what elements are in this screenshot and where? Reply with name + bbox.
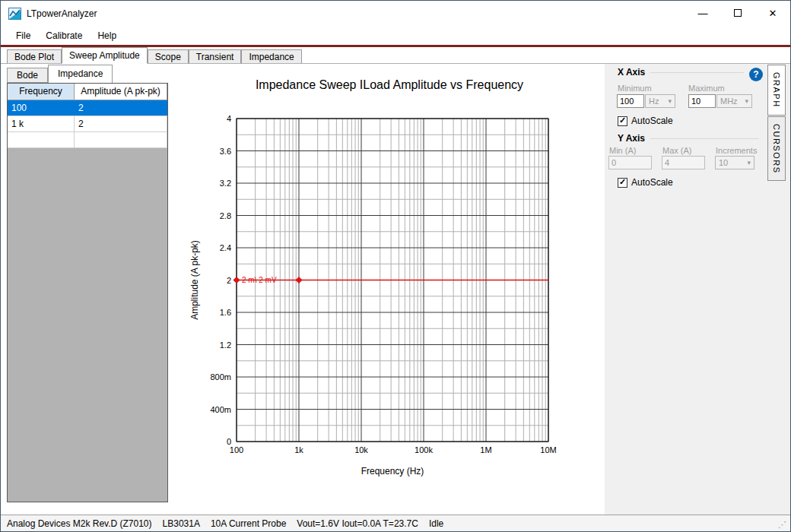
axis-settings-panel: X Axis ? Minimum Maximum Hz ▾ MHz ▾ ✓ Au… xyxy=(605,64,766,515)
svg-text:1.6: 1.6 xyxy=(220,308,231,317)
close-icon: ✕ xyxy=(769,8,777,19)
maximize-button[interactable] xyxy=(720,1,755,25)
y-increments-value: 10 xyxy=(719,158,728,167)
checkbox-box: ✓ xyxy=(618,116,627,126)
menu-item-file[interactable]: File xyxy=(8,27,38,45)
x-max-unit-value: MHz xyxy=(720,97,738,106)
x-min-input[interactable] xyxy=(617,94,644,108)
status-segment-1: LB3031A xyxy=(163,518,200,529)
table-body: 10021 k2 xyxy=(8,100,167,148)
main-tab-strip: Bode PlotSweep AmplitudeScopeTransientIm… xyxy=(1,47,790,64)
tab-bode-plot[interactable]: Bode Plot xyxy=(7,49,62,64)
tab-scope[interactable]: Scope xyxy=(148,49,189,64)
svg-text:3.6: 3.6 xyxy=(220,147,231,156)
svg-text:100k: 100k xyxy=(415,445,433,454)
help-glyph: ? xyxy=(753,69,758,80)
status-segment-2: 10A Current Probe xyxy=(211,518,286,529)
side-tab-label: CURSORS xyxy=(772,124,781,174)
table-cell[interactable]: 2 xyxy=(75,100,167,116)
table-cell[interactable] xyxy=(8,132,75,147)
sub-tab-bode[interactable]: Bode xyxy=(7,68,48,83)
maximize-icon xyxy=(734,9,742,17)
close-button[interactable]: ✕ xyxy=(755,1,790,25)
tab-transient[interactable]: Transient xyxy=(189,49,242,64)
menu-bar: FileCalibrateHelp xyxy=(1,27,790,45)
svg-text:2 m\ 2 mV: 2 m\ 2 mV xyxy=(242,276,277,284)
svg-text:400m: 400m xyxy=(210,405,231,414)
y-autoscale-checkbox[interactable]: ✓ AutoScale xyxy=(618,177,673,188)
x-autoscale-checkbox[interactable]: ✓ AutoScale xyxy=(618,116,673,126)
svg-text:3.2: 3.2 xyxy=(220,179,231,188)
table-header-row: FrequencyAmplitude (A pk-pk) xyxy=(8,84,167,100)
side-tab-strip: GRAPHCURSORS xyxy=(766,64,791,515)
check-icon: ✓ xyxy=(619,178,626,186)
status-segment-0: Analog Devices M2k Rev.D (Z7010) xyxy=(7,518,152,529)
tab-impedance[interactable]: Impedance xyxy=(241,49,301,64)
status-bar: Analog Devices M2k Rev.D (Z7010)LB3031A1… xyxy=(1,515,790,531)
y-min-label: Min (A) xyxy=(609,146,636,155)
column-header-amplitude-a-pk-pk[interactable]: Amplitude (A pk-pk) xyxy=(75,84,167,100)
table-cell[interactable]: 100 xyxy=(8,100,75,116)
svg-text:2.8: 2.8 xyxy=(220,211,231,220)
svg-text:100: 100 xyxy=(230,445,243,454)
svg-text:1k: 1k xyxy=(294,445,303,454)
status-segment-3: Vout=1.6V Iout=0.0A T=23.7C xyxy=(297,518,418,529)
chart-panel: Impedance Sweep ILoad Amplitude vs Frequ… xyxy=(174,65,605,505)
x-autoscale-label: AutoScale xyxy=(631,116,673,126)
y-autoscale-label: AutoScale xyxy=(631,177,673,188)
y-increments-select[interactable]: 10 ▾ xyxy=(715,156,754,169)
y-increments-label: Increments xyxy=(716,146,757,155)
minimize-icon: — xyxy=(698,8,708,19)
table-row[interactable]: 1 k2 xyxy=(8,116,167,132)
svg-text:2: 2 xyxy=(227,276,231,285)
sub-tab-strip: BodeImpedance xyxy=(7,65,113,83)
x-min-unit-value: Hz xyxy=(649,97,659,106)
chevron-down-icon: ▾ xyxy=(668,97,672,105)
x-min-unit-select[interactable]: Hz ▾ xyxy=(645,94,675,108)
svg-text:Amplitude (A pk-pk): Amplitude (A pk-pk) xyxy=(189,240,200,320)
impedance-sweep-chart[interactable]: 1001k10k100k1M10M0400m800m1.21.622.42.83… xyxy=(174,65,605,505)
status-segment-4: Idle xyxy=(429,518,443,529)
window-title: LTpowerAnalyzer xyxy=(27,8,97,19)
side-tab-cursors[interactable]: CURSORS xyxy=(767,116,786,182)
y-max-label: Max (A) xyxy=(662,146,692,155)
resize-grip-icon[interactable]: ⋰ xyxy=(778,520,786,530)
window-controls: — ✕ xyxy=(685,1,790,25)
svg-text:1M: 1M xyxy=(480,445,491,454)
app-window: LTpowerAnalyzer — ✕ FileCalibrateHelp Bo… xyxy=(0,0,791,532)
sweep-table: FrequencyAmplitude (A pk-pk) 10021 k2 xyxy=(7,83,168,502)
chevron-down-icon: ▾ xyxy=(747,159,751,166)
title-bar: LTpowerAnalyzer — ✕ xyxy=(1,1,790,27)
check-icon: ✓ xyxy=(619,116,626,125)
x-max-unit-select[interactable]: MHz ▾ xyxy=(716,94,752,108)
svg-text:800m: 800m xyxy=(210,372,231,382)
table-cell[interactable]: 2 xyxy=(75,116,167,131)
table-cell[interactable] xyxy=(75,132,167,147)
x-max-input[interactable] xyxy=(688,94,716,108)
side-tab-graph[interactable]: GRAPH xyxy=(767,65,786,116)
table-row[interactable] xyxy=(8,132,167,148)
sub-tab-impedance[interactable]: Impedance xyxy=(48,65,113,83)
minimize-button[interactable]: — xyxy=(685,1,720,25)
menu-item-calibrate[interactable]: Calibrate xyxy=(38,27,90,45)
svg-text:1.2: 1.2 xyxy=(220,340,231,350)
x-min-label: Minimum xyxy=(618,84,652,93)
table-cell[interactable]: 1 k xyxy=(8,116,75,131)
table-row[interactable]: 1002 xyxy=(8,100,167,116)
y-max-input[interactable] xyxy=(662,156,705,169)
chevron-down-icon: ▾ xyxy=(745,97,748,105)
checkbox-box: ✓ xyxy=(618,178,627,188)
side-tab-label: GRAPH xyxy=(772,72,781,108)
svg-text:2.4: 2.4 xyxy=(220,243,231,252)
column-header-frequency[interactable]: Frequency xyxy=(8,84,75,100)
svg-text:10M: 10M xyxy=(540,445,556,454)
svg-text:4: 4 xyxy=(227,114,231,123)
svg-text:0: 0 xyxy=(227,437,231,446)
menu-item-help[interactable]: Help xyxy=(90,27,124,45)
y-axis-heading: Y Axis xyxy=(618,133,759,144)
x-axis-heading: X Axis xyxy=(618,67,744,78)
app-icon xyxy=(8,8,21,20)
tab-sweep-amplitude[interactable]: Sweep Amplitude xyxy=(62,47,148,64)
help-icon[interactable]: ? xyxy=(749,68,763,81)
y-min-input[interactable] xyxy=(608,156,652,169)
